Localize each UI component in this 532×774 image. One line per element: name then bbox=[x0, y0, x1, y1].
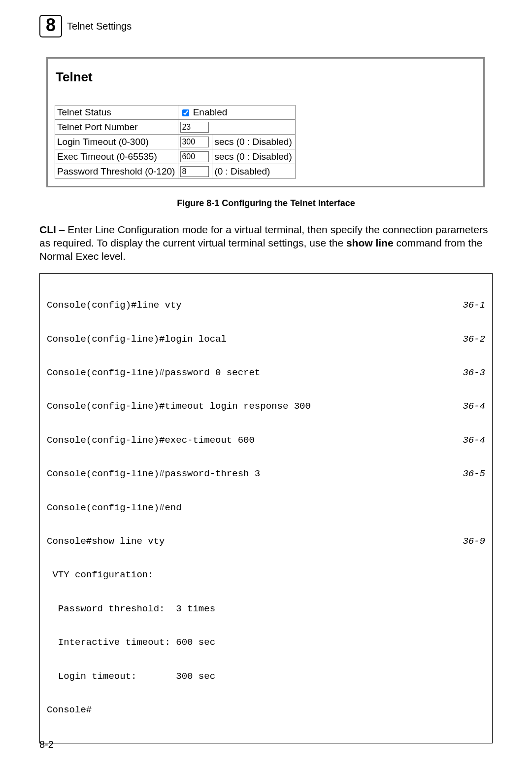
login-timeout-label: Login Timeout (0-300) bbox=[55, 135, 178, 149]
cli-line: Console(config-line)#end bbox=[47, 502, 485, 514]
table-row: Exec Timeout (0-65535) secs (0 : Disable… bbox=[55, 149, 296, 164]
password-threshold-suffix: (0 : Disabled) bbox=[212, 164, 295, 179]
password-threshold-input[interactable] bbox=[180, 166, 209, 177]
panel-title: Telnet bbox=[56, 70, 475, 85]
cli-line: Login timeout: 300 sec bbox=[47, 671, 485, 682]
cli-ref bbox=[479, 569, 485, 581]
cli-text: Console(config-line)#end bbox=[47, 502, 182, 514]
cli-ref bbox=[479, 637, 485, 648]
cli-ref: 36-9 bbox=[457, 536, 485, 547]
login-timeout-input[interactable] bbox=[180, 137, 209, 147]
cli-text: Interactive timeout: 600 sec bbox=[47, 637, 215, 648]
page: 8 Telnet Settings Telnet Telnet Status E… bbox=[0, 0, 532, 774]
cli-ref: 36-4 bbox=[457, 435, 485, 446]
password-threshold-value-cell bbox=[178, 164, 212, 179]
exec-timeout-input[interactable] bbox=[180, 151, 209, 162]
password-threshold-label: Password Threshold (0-120) bbox=[55, 164, 178, 179]
cli-text: Login timeout: 300 sec bbox=[47, 671, 215, 682]
cli-ref: 36-5 bbox=[457, 468, 485, 480]
telnet-panel-screenshot: Telnet Telnet Status Enabled Telnet Port… bbox=[46, 57, 485, 187]
cli-text: Console# bbox=[47, 704, 92, 716]
cli-line: Console(config-line)#timeout login respo… bbox=[47, 401, 485, 412]
page-number: 8-2 bbox=[39, 739, 54, 750]
cli-line: Console(config-line)#exec-timeout 600 36… bbox=[47, 435, 485, 446]
cli-text: Console(config-line)#password-thresh 3 bbox=[47, 468, 260, 480]
cli-ref: 36-4 bbox=[457, 401, 485, 412]
telnet-status-label: Telnet Status bbox=[55, 106, 178, 120]
telnet-port-value-cell bbox=[178, 120, 295, 135]
cli-line: VTY configuration: bbox=[47, 569, 485, 581]
chapter-number-badge: 8 bbox=[39, 15, 62, 37]
cli-line: Password threshold: 3 times bbox=[47, 603, 485, 615]
show-line-bold: show line bbox=[346, 237, 394, 248]
page-header: 8 Telnet Settings bbox=[39, 15, 493, 37]
cli-line: Interactive timeout: 600 sec bbox=[47, 637, 485, 648]
cli-ref bbox=[479, 704, 485, 716]
exec-timeout-label: Exec Timeout (0-65535) bbox=[55, 149, 178, 164]
login-timeout-suffix: secs (0 : Disabled) bbox=[212, 135, 295, 149]
cli-intro-paragraph: CLI – Enter Line Configuration mode for … bbox=[39, 223, 493, 263]
cli-text: VTY configuration: bbox=[47, 569, 154, 581]
cli-text: Console(config)#line vty bbox=[47, 300, 182, 311]
figure-caption: Figure 8-1 Configuring the Telnet Interf… bbox=[39, 198, 493, 209]
cli-ref bbox=[479, 603, 485, 615]
telnet-settings-table: Telnet Status Enabled Telnet Port Number… bbox=[55, 105, 296, 179]
cli-line: Console(config-line)#login local 36-2 bbox=[47, 334, 485, 345]
exec-timeout-suffix: secs (0 : Disabled) bbox=[212, 149, 295, 164]
cli-line: Console# bbox=[47, 704, 485, 716]
telnet-status-checkbox[interactable] bbox=[182, 109, 189, 116]
cli-line: Console(config-line)#password-thresh 3 3… bbox=[47, 468, 485, 480]
cli-text: Console(config-line)#password 0 secret bbox=[47, 367, 260, 379]
cli-lead-bold: CLI bbox=[39, 224, 56, 235]
cli-output-box: Console(config)#line vty 36-1 Console(co… bbox=[39, 273, 493, 744]
cli-text: Console(config-line)#exec-timeout 600 bbox=[47, 435, 255, 446]
cli-ref: 36-2 bbox=[457, 334, 485, 345]
table-row: Telnet Port Number bbox=[55, 120, 296, 135]
cli-line: Console(config)#line vty 36-1 bbox=[47, 300, 485, 311]
cli-text: Console(config-line)#login local bbox=[47, 334, 227, 345]
cli-ref bbox=[479, 671, 485, 682]
telnet-status-checkbox-label: Enabled bbox=[193, 107, 228, 117]
table-row: Password Threshold (0-120) (0 : Disabled… bbox=[55, 164, 296, 179]
panel-divider bbox=[55, 88, 476, 88]
section-title: Telnet Settings bbox=[67, 21, 132, 32]
cli-text: Console(config-line)#timeout login respo… bbox=[47, 401, 311, 412]
exec-timeout-value-cell bbox=[178, 149, 212, 164]
telnet-status-value-cell: Enabled bbox=[178, 106, 295, 120]
table-row: Telnet Status Enabled bbox=[55, 106, 296, 120]
cli-line: Console#show line vty 36-9 bbox=[47, 536, 485, 547]
cli-text: Password threshold: 3 times bbox=[47, 603, 215, 615]
login-timeout-value-cell bbox=[178, 135, 212, 149]
table-row: Login Timeout (0-300) secs (0 : Disabled… bbox=[55, 135, 296, 149]
cli-line: Console(config-line)#password 0 secret 3… bbox=[47, 367, 485, 379]
telnet-port-label: Telnet Port Number bbox=[55, 120, 178, 135]
telnet-port-input[interactable] bbox=[180, 122, 209, 133]
cli-ref: 36-1 bbox=[457, 300, 485, 311]
cli-text: Console#show line vty bbox=[47, 536, 165, 547]
cli-ref bbox=[479, 502, 485, 514]
cli-ref: 36-3 bbox=[457, 367, 485, 379]
